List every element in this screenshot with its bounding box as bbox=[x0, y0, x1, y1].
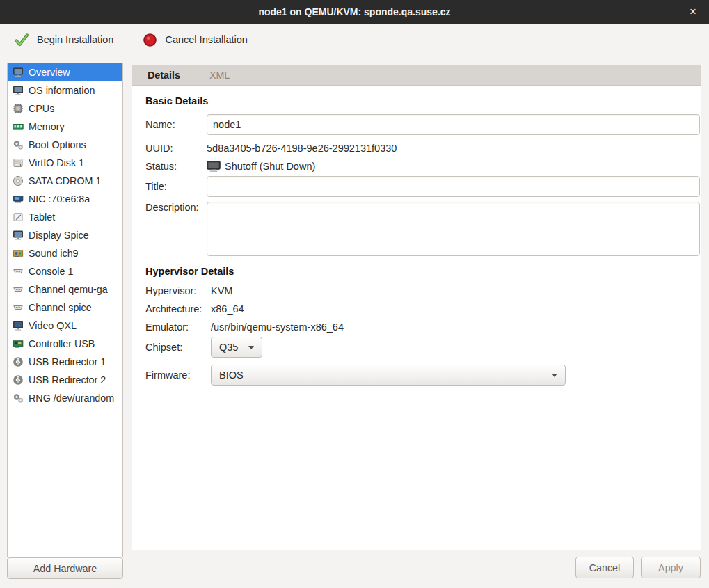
uuid-row: UUID: 5d8a3405-b726-4198-9e26-2992131f03… bbox=[145, 140, 700, 157]
sidebar-item-label: Overview bbox=[29, 67, 70, 78]
nic-icon bbox=[13, 193, 24, 205]
main-panel: DetailsXML Basic Details Name: UUID: 5d8… bbox=[132, 65, 701, 550]
sidebar-item-video-qxl[interactable]: Video QXL bbox=[8, 317, 122, 335]
cpu-icon bbox=[13, 103, 24, 114]
toolbar: Begin Installation Cancel Installation bbox=[0, 24, 709, 55]
sidebar-item-boot-options[interactable]: Boot Options bbox=[8, 136, 122, 154]
sidebar-item-memory[interactable]: Memory bbox=[8, 118, 122, 136]
cdrom-icon bbox=[13, 175, 24, 186]
monitor-icon bbox=[13, 85, 24, 96]
controller-icon bbox=[13, 338, 24, 349]
sidebar-item-label: OS information bbox=[29, 85, 95, 96]
sidebar-item-label: Console 1 bbox=[29, 266, 73, 277]
sidebar-item-os-information[interactable]: OS information bbox=[8, 81, 122, 100]
firmware-label: Firmware: bbox=[145, 370, 211, 381]
sidebar-item-label: USB Redirector 2 bbox=[29, 374, 106, 386]
chipset-row: Chipset: Q35 bbox=[145, 337, 700, 358]
description-textarea[interactable] bbox=[207, 202, 700, 256]
sidebar-item-label: NIC :70:e6:8a bbox=[29, 193, 90, 205]
basic-details-heading: Basic Details bbox=[145, 95, 700, 106]
sidebar-item-sata-cdrom-1[interactable]: SATA CDROM 1 bbox=[8, 172, 122, 190]
architecture-label: Architecture: bbox=[145, 303, 211, 315]
cancel-installation-button[interactable]: Cancel Installation bbox=[141, 31, 248, 48]
sidebar-item-channel-spice[interactable]: Channel spice bbox=[8, 299, 122, 317]
sidebar-list: OverviewOS informationCPUsMemoryBoot Opt… bbox=[8, 63, 122, 407]
begin-installation-label: Begin Installation bbox=[37, 34, 113, 45]
window-title: node1 on QEMU/KVM: sponde.qa.suse.cz bbox=[258, 6, 450, 17]
sidebar-item-label: Video QXL bbox=[29, 320, 77, 331]
status-row: Status: Shutoff (Shut Down) bbox=[145, 158, 700, 175]
red-stop-icon bbox=[141, 31, 158, 48]
sidebar-item-channel-qemu-ga[interactable]: Channel qemu-ga bbox=[8, 280, 122, 299]
cancel-installation-label: Cancel Installation bbox=[165, 34, 248, 45]
sidebar-item-display-spice[interactable]: Display Spice bbox=[8, 226, 122, 244]
sidebar-item-label: Controller USB bbox=[29, 338, 95, 349]
disk-icon bbox=[13, 157, 24, 168]
tab-bar: DetailsXML bbox=[132, 65, 701, 86]
sidebar-item-virtio-disk-1[interactable]: VirtIO Disk 1 bbox=[8, 154, 122, 172]
chipset-label: Chipset: bbox=[145, 342, 211, 353]
titlebar: node1 on QEMU/KVM: sponde.qa.suse.cz × bbox=[0, 0, 709, 24]
title-label: Title: bbox=[145, 181, 207, 192]
name-label: Name: bbox=[145, 119, 207, 130]
architecture-value: x86_64 bbox=[211, 303, 244, 315]
hypervisor-details-heading: Hypervisor Details bbox=[145, 266, 700, 277]
name-row: Name: bbox=[145, 114, 700, 135]
sidebar-item-label: RNG /dev/urandom bbox=[29, 392, 114, 404]
tab-details[interactable]: Details bbox=[133, 65, 195, 85]
monitor-icon bbox=[13, 230, 24, 241]
chevron-down-icon bbox=[552, 374, 557, 377]
firmware-row: Firmware: BIOS bbox=[145, 365, 700, 386]
sidebar-item-label: Sound ich9 bbox=[29, 248, 79, 259]
sidebar-item-label: VirtIO Disk 1 bbox=[29, 157, 84, 168]
apply-button[interactable]: Apply bbox=[641, 557, 701, 578]
hypervisor-label: Hypervisor: bbox=[145, 285, 211, 296]
begin-installation-button[interactable]: Begin Installation bbox=[13, 31, 113, 48]
sidebar-item-tablet[interactable]: Tablet bbox=[8, 208, 122, 226]
virt-manager-window: node1 on QEMU/KVM: sponde.qa.suse.cz × B… bbox=[0, 0, 709, 588]
chevron-down-icon bbox=[248, 346, 254, 349]
tab-xml[interactable]: XML bbox=[195, 65, 244, 85]
chipset-dropdown[interactable]: Q35 bbox=[211, 337, 262, 358]
memory-icon bbox=[13, 121, 24, 132]
gears-icon bbox=[13, 392, 24, 404]
sidebar-item-console-1[interactable]: Console 1 bbox=[8, 262, 122, 280]
usb-icon bbox=[13, 374, 24, 386]
status-label: Status: bbox=[145, 161, 207, 172]
usb-icon bbox=[13, 356, 24, 367]
emulator-value: /usr/bin/qemu-system-x86_64 bbox=[211, 321, 344, 333]
sidebar-item-label: CPUs bbox=[29, 103, 54, 114]
description-row: Description: bbox=[145, 202, 700, 256]
serial-icon bbox=[13, 302, 24, 313]
tablet-icon bbox=[13, 212, 24, 223]
emulator-row: Emulator: /usr/bin/qemu-system-x86_64 bbox=[145, 319, 700, 335]
sidebar-item-rng[interactable]: RNG /dev/urandom bbox=[8, 389, 122, 407]
sidebar-item-sound-ich9[interactable]: Sound ich9 bbox=[8, 244, 122, 262]
sidebar-item-label: USB Redirector 1 bbox=[29, 356, 106, 367]
name-input[interactable] bbox=[207, 114, 700, 135]
hypervisor-row: Hypervisor: KVM bbox=[145, 283, 700, 299]
sidebar-item-overview[interactable]: Overview bbox=[8, 63, 122, 81]
sidebar-item-cpus[interactable]: CPUs bbox=[8, 100, 122, 118]
sidebar-item-label: Memory bbox=[29, 121, 65, 132]
firmware-dropdown[interactable]: BIOS bbox=[211, 365, 566, 386]
footer: Cancel Apply bbox=[575, 557, 701, 578]
title-input[interactable] bbox=[207, 176, 700, 197]
sidebar-item-nic[interactable]: NIC :70:e6:8a bbox=[8, 190, 122, 208]
sidebar-item-label: Channel spice bbox=[29, 302, 92, 313]
description-label: Description: bbox=[145, 202, 207, 213]
sidebar-item-label: Boot Options bbox=[29, 139, 86, 150]
add-hardware-button[interactable]: Add Hardware bbox=[7, 557, 123, 579]
shutoff-monitor-icon bbox=[207, 161, 221, 173]
details-content: Basic Details Name: UUID: 5d8a3405-b726-… bbox=[132, 86, 701, 386]
sound-icon bbox=[13, 248, 24, 259]
sidebar-item-usb-redirector-1[interactable]: USB Redirector 1 bbox=[8, 353, 122, 371]
sidebar-item-usb-redirector-2[interactable]: USB Redirector 2 bbox=[8, 371, 122, 389]
close-icon[interactable]: × bbox=[683, 0, 703, 24]
cancel-button[interactable]: Cancel bbox=[575, 557, 634, 578]
architecture-row: Architecture: x86_64 bbox=[145, 301, 700, 317]
gears-icon bbox=[13, 139, 24, 150]
sidebar-item-label: Channel qemu-ga bbox=[29, 284, 108, 295]
sidebar-item-controller-usb[interactable]: Controller USB bbox=[8, 335, 122, 353]
title-row: Title: bbox=[145, 176, 700, 197]
